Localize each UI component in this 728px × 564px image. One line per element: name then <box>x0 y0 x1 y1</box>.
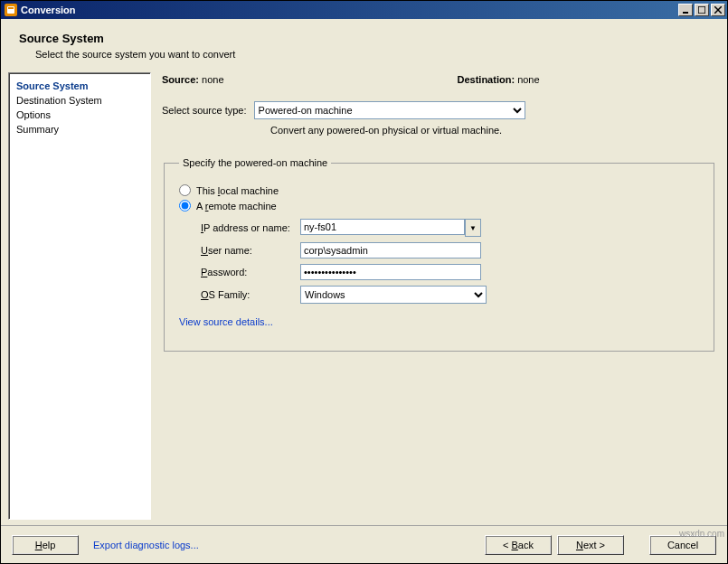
ip-combo: ▼ <box>300 219 481 237</box>
source-label: Source: <box>162 74 199 85</box>
os-dropdown[interactable]: Windows <box>300 286 487 304</box>
wizard-footer: Help Export diagnostic logs... < Back Ne… <box>1 525 727 563</box>
export-diagnostic-logs-link[interactable]: Export diagnostic logs... <box>93 540 199 550</box>
specify-machine-legend: Specify the powered-on machine <box>179 157 331 168</box>
minimize-button[interactable] <box>678 4 693 16</box>
ip-row: IP address or name: ▼ <box>201 219 699 237</box>
source-value: none <box>202 74 223 85</box>
watermark: wsxdn.com <box>679 529 724 539</box>
select-source-type-label: Select source type: <box>162 105 247 116</box>
user-label: User name: <box>201 245 300 256</box>
conversion-window: Conversion Source System Select the sour… <box>0 0 728 564</box>
sidebar-step-source-system[interactable]: Source System <box>16 79 143 93</box>
window-title: Conversion <box>21 5 676 15</box>
os-label: OS Family: <box>201 289 300 300</box>
main-panel: Source: none Destination: none Select so… <box>158 72 720 520</box>
password-input[interactable] <box>300 264 481 280</box>
ip-input[interactable] <box>300 219 465 235</box>
radio-remote-label: A remote machine <box>196 201 277 212</box>
sidebar-step-destination-system[interactable]: Destination System <box>16 93 143 108</box>
user-input[interactable] <box>300 242 481 258</box>
select-source-type-dropdown[interactable]: Powered-on machine <box>254 101 525 119</box>
password-label: Password: <box>201 267 300 277</box>
select-source-type-hint: Convert any powered-on physical or virtu… <box>270 125 716 136</box>
page-title: Source System <box>19 32 709 45</box>
source-destination-row: Source: none Destination: none <box>162 72 716 94</box>
sidebar-step-options[interactable]: Options <box>16 108 143 122</box>
window-buttons <box>676 4 725 16</box>
os-row: OS Family: Windows <box>201 286 699 304</box>
remote-fields: IP address or name: ▼ User name: <box>201 219 699 304</box>
close-button[interactable] <box>711 4 725 16</box>
sidebar-step-summary[interactable]: Summary <box>16 122 143 136</box>
user-row: User name: <box>201 242 699 258</box>
titlebar: Conversion <box>1 1 727 19</box>
svg-rect-2 <box>8 7 14 9</box>
page-subtitle: Select the source system you want to con… <box>35 49 709 60</box>
radio-remote-row: A remote machine <box>179 200 699 212</box>
back-button[interactable]: < Back <box>485 535 552 555</box>
view-source-details-link[interactable]: View source details... <box>179 316 699 327</box>
next-button[interactable]: Next > <box>557 535 624 555</box>
steps-sidebar: Source System Destination System Options… <box>8 72 151 520</box>
wizard-header: Source System Select the source system y… <box>1 19 727 67</box>
radio-local-label: This local machine <box>196 185 279 196</box>
maximize-button[interactable] <box>695 4 709 16</box>
radio-local-machine[interactable] <box>179 184 191 196</box>
select-source-type-row: Select source type: Powered-on machine <box>162 101 716 119</box>
source-pair: Source: none <box>162 74 421 85</box>
ip-dropdown-button[interactable]: ▼ <box>465 219 481 237</box>
specify-machine-group: Specify the powered-on machine This loca… <box>164 157 714 352</box>
password-row: Password: <box>201 264 699 280</box>
chevron-down-icon: ▼ <box>469 224 477 232</box>
radio-remote-machine[interactable] <box>179 200 191 212</box>
ip-label: IP address or name: <box>201 222 300 233</box>
destination-label: Destination: <box>458 74 515 85</box>
svg-rect-3 <box>683 12 688 14</box>
radio-local-row: This local machine <box>179 184 699 196</box>
destination-pair: Destination: none <box>458 74 717 85</box>
destination-value: none <box>517 74 539 85</box>
svg-rect-4 <box>698 6 705 14</box>
wizard-body: Source System Destination System Options… <box>1 67 727 525</box>
help-button[interactable]: Help <box>12 535 79 555</box>
app-icon <box>5 4 17 16</box>
